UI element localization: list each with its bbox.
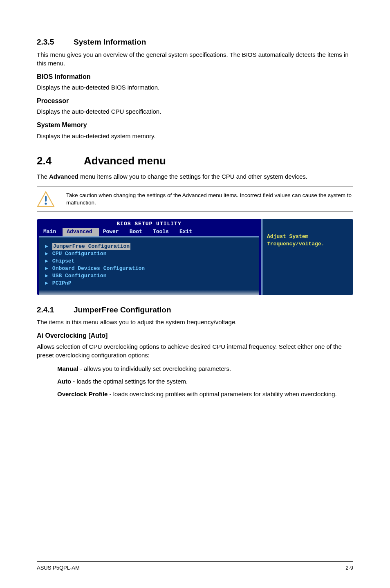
option-overclock-profile: Overclock Profile - loads overclocking p… (57, 390, 353, 398)
bios-menu-item-cpu[interactable]: ▶CPU Configuration (45, 250, 255, 258)
svg-rect-1 (45, 196, 47, 202)
bios-title: BIOS SETUP UTILITY (39, 220, 259, 228)
heading-number: 2.4 (37, 153, 84, 168)
bios-setup-panel: BIOS SETUP UTILITY Main Advanced Power B… (37, 219, 353, 295)
heading-number: 2.3.5 (37, 37, 74, 48)
subheading-ai-overclocking: Ai Overclocking [Auto] (37, 331, 353, 340)
footer-left: ASUS P5QPL-AM (37, 564, 80, 572)
bios-menu-item-pcipnp[interactable]: ▶PCIPnP (45, 280, 255, 287)
paragraph: Displays the auto-detected BIOS informat… (37, 83, 353, 92)
bios-menu-item-jumperfree[interactable]: ▶JumperFree Configuration (45, 243, 255, 250)
bios-tab-main[interactable]: Main (39, 228, 63, 236)
bios-tab-tools[interactable]: Tools (149, 228, 175, 236)
page-footer: ASUS P5QPL-AM 2-9 (37, 561, 353, 572)
paragraph: Displays the auto-detected system memory… (37, 132, 353, 140)
pointer-right-icon: ▶ (45, 280, 48, 287)
heading-text: JumperFree Configuration (74, 305, 171, 314)
heading-2-4: 2.4Advanced menu (37, 153, 353, 168)
heading-text: Advanced menu (84, 155, 166, 167)
paragraph: The Advanced menu items allow you to cha… (37, 172, 353, 181)
heading-text: System Information (74, 38, 146, 46)
paragraph: The items in this menu allows you to adj… (37, 318, 353, 326)
option-auto: Auto - loads the optimal settings for th… (57, 377, 353, 386)
footer-right: 2-9 (345, 564, 353, 572)
svg-point-2 (45, 203, 47, 205)
pointer-right-icon: ▶ (45, 258, 48, 265)
subheading-system-memory: System Memory (37, 121, 353, 130)
caution-icon (37, 191, 55, 207)
paragraph: This menu gives you an overview of the g… (37, 50, 353, 67)
bios-help-line: Adjust System (267, 233, 349, 240)
bios-tab-power[interactable]: Power (99, 228, 126, 236)
bios-tab-bar: Main Advanced Power Boot Tools Exit (39, 228, 259, 236)
caution-text: Take caution when changing the settings … (66, 192, 353, 206)
bios-menu-item-chipset[interactable]: ▶Chipset (45, 258, 255, 265)
subheading-bios-info: BIOS Information (37, 72, 353, 81)
heading-2-3-5: 2.3.5System Information (37, 37, 353, 48)
bios-menu-body: ▶JumperFree Configuration ▶CPU Configura… (39, 236, 259, 295)
paragraph: Displays the auto-detected CPU specifica… (37, 107, 353, 116)
pointer-right-icon: ▶ (45, 272, 48, 280)
bios-tab-boot[interactable]: Boot (126, 228, 149, 236)
bios-help-line: frequency/voltage. (267, 240, 349, 248)
bios-menu-item-onboard[interactable]: ▶Onboard Devices Configuration (45, 265, 255, 272)
caution-note: Take caution when changing the settings … (37, 186, 353, 212)
pointer-right-icon: ▶ (45, 265, 48, 272)
bios-help-panel: Adjust System frequency/voltage. (261, 219, 353, 295)
option-manual: Manual - allows you to individually set … (57, 364, 353, 373)
heading-2-4-1: 2.4.1JumperFree Configuration (37, 305, 353, 316)
heading-number: 2.4.1 (37, 305, 74, 316)
subheading-processor: Processor (37, 97, 353, 105)
bios-tab-advanced[interactable]: Advanced (63, 228, 99, 236)
pointer-right-icon: ▶ (45, 250, 48, 258)
bios-menu-item-usb[interactable]: ▶USB Configuration (45, 272, 255, 280)
paragraph: Allows selection of CPU overclocking opt… (37, 342, 353, 359)
pointer-right-icon: ▶ (45, 243, 48, 250)
bios-tab-exit[interactable]: Exit (175, 228, 199, 236)
